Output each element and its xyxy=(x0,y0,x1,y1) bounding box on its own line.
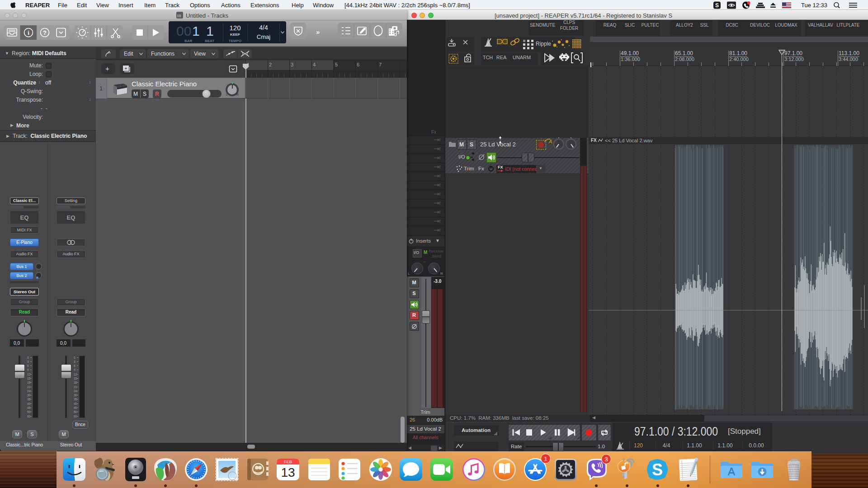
svg-text:Ripple: Ripple xyxy=(536,41,551,47)
svg-text:A: A xyxy=(548,139,552,144)
svg-text:?: ? xyxy=(43,29,47,36)
svg-text:i: i xyxy=(28,29,29,36)
svg-text:FEB: FEB xyxy=(284,460,292,464)
svg-text:S: S xyxy=(652,460,663,479)
svg-text:+: + xyxy=(124,66,127,71)
svg-text:Tue 12:33: Tue 12:33 xyxy=(801,2,827,9)
svg-text:S: S xyxy=(715,2,719,9)
svg-text:13: 13 xyxy=(281,465,295,479)
